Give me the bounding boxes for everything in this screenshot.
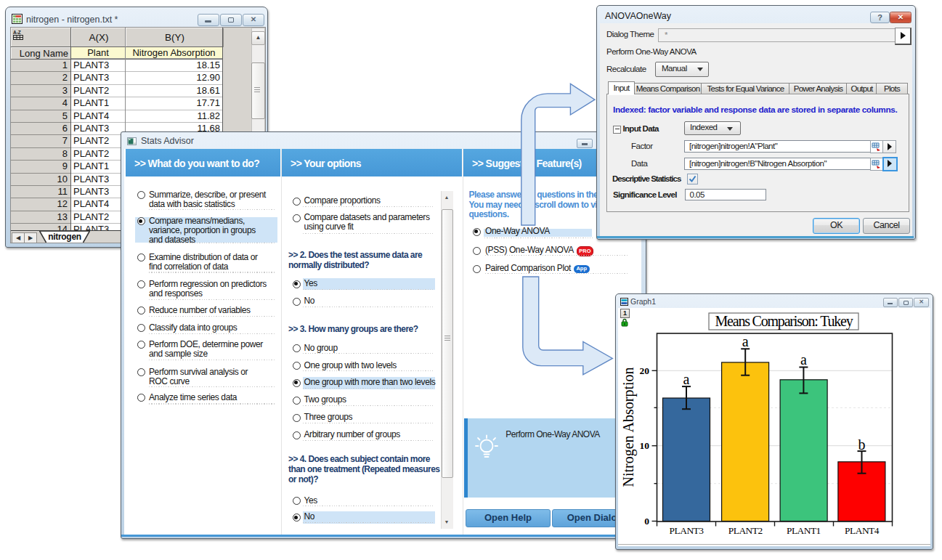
svg-text:Means Comparison: Tukey: Means Comparison: Tukey <box>715 313 853 330</box>
svg-text:Nitrogen Absorption: Nitrogen Absorption <box>620 368 637 487</box>
svg-text:A-Z: A-Z <box>13 30 21 35</box>
svg-text:b: b <box>858 437 866 453</box>
svg-text:a: a <box>742 333 749 349</box>
svg-text:PLANT1: PLANT1 <box>787 525 821 536</box>
svg-text:20: 20 <box>640 365 650 376</box>
svg-text:PLANT2: PLANT2 <box>728 525 763 536</box>
svg-text:a: a <box>800 352 807 368</box>
svg-text:PLANT3: PLANT3 <box>670 525 705 536</box>
svg-text:10: 10 <box>640 440 650 451</box>
svg-text:PLANT4: PLANT4 <box>845 525 880 536</box>
svg-text:a: a <box>683 371 690 387</box>
svg-text:0: 0 <box>644 516 649 527</box>
